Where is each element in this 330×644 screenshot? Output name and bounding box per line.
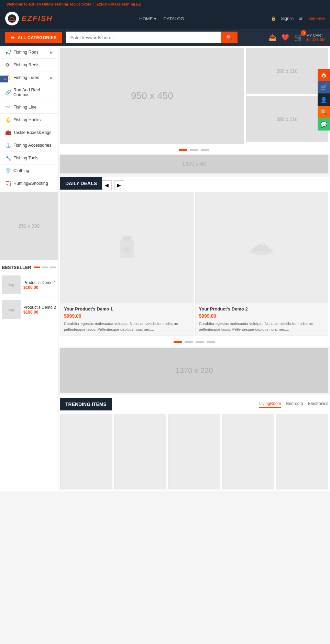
trending-title-box: TRENDING ITEMS [60, 398, 112, 410]
deals-dots [58, 338, 330, 347]
toolbar-icons: 📤 ❤️ 🛒 0 MY CART $0.00 USD [269, 33, 325, 42]
sidebar-item-fishing-reels[interactable]: ⚙ Fishing Reels [0, 59, 58, 71]
chevron-icon: ▾ [154, 16, 156, 21]
arrow-icon: ▶ [50, 50, 53, 54]
deal-1-img [60, 192, 193, 303]
trending-card-5[interactable] [276, 414, 328, 489]
side-tab-home[interactable]: 🏠 [318, 69, 330, 81]
search-input[interactable] [66, 32, 221, 43]
join-link[interactable]: Join Free [308, 16, 325, 21]
all-categories-button[interactable]: ☰ ALL CATEGORIES [5, 32, 62, 43]
hero-dot-1[interactable] [179, 149, 187, 151]
header: EZFISH HOME ▾ CATALOG 🔒 Sign in or Join … [0, 8, 330, 29]
nav-catalog[interactable]: CATALOG [163, 16, 184, 21]
svg-point-4 [126, 248, 128, 250]
trending-tab-bedroom[interactable]: Bedroom [286, 401, 303, 408]
facebook-tab[interactable]: f [0, 76, 8, 82]
search-button[interactable]: 🔍 [221, 32, 238, 43]
bs-product-1-name: Product's Demo 1 [23, 280, 56, 285]
hero-side-banner-2[interactable]: 390 x 210 [246, 96, 328, 142]
sidebar-item-tackle-boxes[interactable]: 🧰 Tackle Boxes&Bags [0, 126, 58, 139]
arrow-icon-2: ▶ [50, 76, 53, 80]
deal-2-title: Your Product's Demo 2 [199, 306, 325, 312]
logo-text: EZFISH [22, 14, 53, 23]
cart-area[interactable]: 🛒 0 MY CART $0.00 USD [294, 33, 325, 42]
sidebar-item-fishing-lures[interactable]: 🪝 Fishing Lures ▶ [0, 71, 58, 84]
daily-deals-title: DAILY DEALS [65, 181, 97, 186]
trending-title: TRENDING ITEMS [65, 402, 107, 407]
fishing-reels-icon: ⚙ [5, 62, 11, 68]
sidebar-item-clothing[interactable]: 👕 Clothing [0, 165, 58, 177]
bestseller-title: BESTSELLER [2, 265, 31, 270]
sidebar-item-fishing-line[interactable]: 〰 Fishing Line [0, 101, 58, 114]
share-icon[interactable]: 📤 [269, 34, 276, 41]
deal-card-1[interactable]: Your Product's Demo 1 $999.00 Curabitur … [60, 192, 194, 336]
sidebar-item-fishing-accessories[interactable]: ⚓ Fishing Accessories [0, 139, 58, 152]
content: 950 x 450 390 x 210 390 x 210 1370 x 60 [58, 46, 330, 491]
deals-dot-3[interactable] [196, 341, 204, 343]
sidebar-ad-size: 250 x 390 [19, 223, 40, 229]
hero-dot-2[interactable] [190, 149, 198, 151]
trending-card-4[interactable] [222, 414, 274, 489]
hero-side-banner-1[interactable]: 390 x 210 [246, 48, 328, 94]
side-tab-chat[interactable]: 💬 [318, 118, 330, 131]
top-bar: Welcome to EzFish Online Fishing Tackle … [0, 0, 330, 8]
bs-product-1[interactable]: img Product's Demo 1 $100.00 [0, 273, 58, 297]
wishlist-icon[interactable]: ❤️ [282, 34, 289, 41]
hero-side1-size: 390 x 210 [276, 68, 298, 74]
trending-card-2[interactable] [114, 414, 166, 489]
sidebar-item-fishing-tools[interactable]: 🔧 Fishing Tools [0, 152, 58, 165]
hero-dot-3[interactable] [201, 149, 209, 151]
hamburger-icon: ☰ [11, 35, 15, 40]
trending-tab-living[interactable]: LivingRoom [259, 401, 281, 408]
banner-strip-1-size: 1370 x 60 [182, 161, 206, 167]
side-tabs: 🏠 🛒 👤 🔍 💬 [318, 69, 330, 131]
sidebar-item-hunting[interactable]: 🏹 Hunting&Shooting [0, 177, 58, 190]
fishing-rods-icon: 🎣 [5, 49, 11, 55]
deals-next-button[interactable]: ▶ [114, 180, 124, 190]
deal-2-img [196, 192, 328, 303]
bs-dot-2[interactable] [42, 267, 48, 268]
deals-prev-button[interactable]: ◀ [102, 180, 112, 190]
main-layout: 🎣 Fishing Rods ▶ ⚙ Fishing Reels 🪝 Fishi… [0, 46, 330, 491]
fishing-hooks-icon: 🪝 [5, 117, 11, 123]
hero-main-banner[interactable]: 950 x 450 [60, 48, 244, 144]
bs-product-2[interactable]: img Product's Demo 2 $100.00 [0, 297, 58, 322]
bs-dots [34, 267, 56, 268]
logo[interactable]: EZFISH [5, 12, 53, 25]
bs-dot-3[interactable] [50, 267, 56, 268]
auth-or: or [299, 16, 302, 21]
sidebar-item-fishing-rods[interactable]: 🎣 Fishing Rods ▶ [0, 46, 58, 59]
deal-1-title: Your Product's Demo 1 [64, 306, 190, 312]
deal-1-info: Your Product's Demo 1 $999.00 Curabitur … [60, 303, 193, 336]
deals-dot-4[interactable] [207, 341, 215, 343]
deals-dot-2[interactable] [185, 341, 193, 343]
sidebar-item-fishing-hooks[interactable]: 🪝 Fishing Hooks [0, 114, 58, 126]
deal-card-2[interactable]: Your Product's Demo 2 $999.00 Curabitur … [195, 192, 329, 336]
trending-card-3[interactable] [168, 414, 220, 489]
side-tab-cart[interactable]: 🛒 [318, 81, 330, 93]
big-banner[interactable]: 1370 x 220 [60, 348, 328, 393]
side-tab-user[interactable]: 👤 [318, 93, 330, 106]
deals-dot-1[interactable] [174, 341, 182, 343]
trending-tab-electronics[interactable]: Electronics [308, 401, 328, 408]
nav-links: HOME ▾ CATALOG [139, 16, 184, 21]
signin-link[interactable]: Sign in [281, 16, 294, 21]
cart-badge: 0 [301, 30, 306, 36]
daily-deals-header: DAILY DEALS [60, 177, 102, 190]
deal-1-desc: Curabitur egestas malesuada volutpat. Nu… [64, 321, 190, 332]
daily-deals-row: DAILY DEALS ◀ ▶ [58, 177, 330, 190]
fishing-line-icon: 〰 [5, 104, 11, 110]
sidebar-item-rod-reel-combos[interactable]: 🔗 Rod And Reel Combos [0, 84, 58, 101]
banner-strip-1[interactable]: 1370 x 60 [60, 155, 328, 173]
big-banner-size: 1370 x 220 [176, 366, 213, 375]
side-tab-search[interactable]: 🔍 [318, 106, 330, 118]
logo-icon [5, 12, 19, 25]
hunting-icon: 🏹 [5, 181, 11, 186]
bs-dot-1[interactable] [34, 267, 40, 268]
nav-home[interactable]: HOME ▾ [139, 16, 156, 21]
trending-card-1[interactable] [60, 414, 112, 489]
bs-product-1-price: $100.00 [23, 285, 56, 290]
search-bar: 🔍 [66, 32, 238, 43]
svg-rect-2 [122, 236, 131, 240]
